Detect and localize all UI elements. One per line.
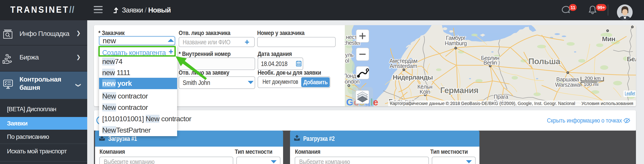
svg-text:200 km: 200 km [584, 76, 600, 81]
svg-text:e: e [373, 97, 378, 106]
svg-text:Мин: Мин [602, 35, 616, 43]
svg-text:Köln: Köln [420, 89, 430, 95]
svg-text:уль: уль [345, 52, 354, 58]
svg-text:Картографические данные © 2018: Картографические данные © 2018 GeoBasis-… [390, 101, 575, 106]
svg-text:Leaflet: Leaflet [625, 91, 635, 96]
svg-text:ol: ol [345, 58, 349, 64]
svg-text:Бел: Бел [627, 56, 636, 63]
svg-text:Berlin: Berlin [484, 60, 497, 66]
svg-text:Германия: Германия [440, 86, 478, 95]
svg-text:Amsterdam: Amsterdam [390, 63, 417, 69]
svg-text:100 mi: 100 mi [584, 82, 598, 87]
svg-text:Нидерланды: Нидерланды [393, 74, 433, 81]
svg-text:Лонд: Лонд [345, 73, 356, 79]
svg-text:Условия использования: Условия использования [582, 101, 633, 106]
svg-text:London: London [345, 79, 360, 85]
svg-text:Hamburg: Hamburg [445, 40, 467, 46]
svg-text:Польша: Польша [528, 57, 560, 66]
svg-text:Warszawa: Warszawa [555, 82, 580, 88]
